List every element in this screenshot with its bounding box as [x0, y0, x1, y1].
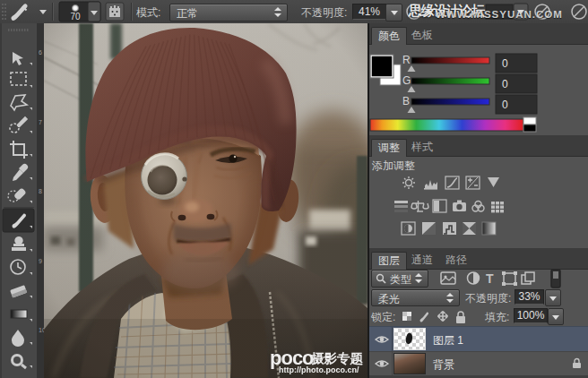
svg-text:R: R — [402, 54, 411, 66]
svg-text:G: G — [402, 74, 411, 87]
svg-text:摄影专题: 摄影专题 — [310, 351, 364, 365]
svg-text:0: 0 — [502, 57, 508, 70]
svg-text:http://photo.poco.cn/: http://photo.poco.cn/ — [279, 365, 359, 374]
svg-text:70: 70 — [70, 12, 81, 21]
svg-text:0: 0 — [502, 99, 508, 111]
svg-text:0: 0 — [502, 78, 508, 90]
svg-text:B: B — [402, 95, 410, 107]
svg-text:T: T — [486, 271, 494, 286]
